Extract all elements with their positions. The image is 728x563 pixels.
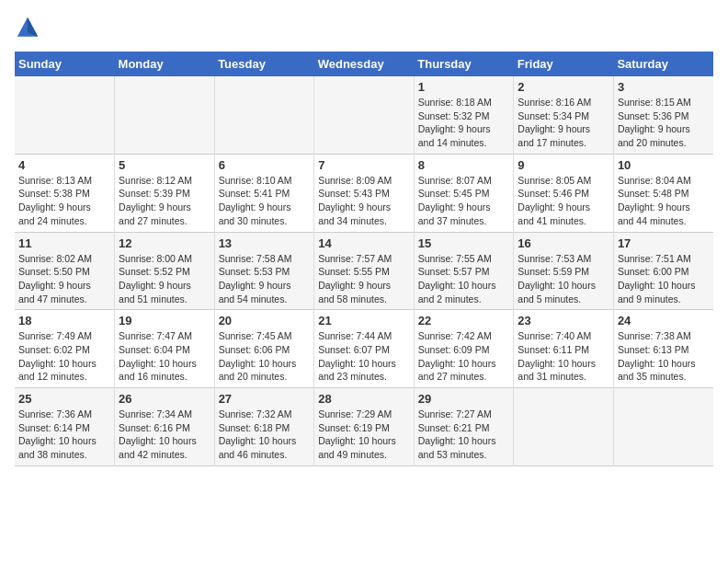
day-info: Sunrise: 8:18 AM Sunset: 5:32 PM Dayligh… (418, 96, 510, 150)
calendar-cell: 15Sunrise: 7:55 AM Sunset: 5:57 PM Dayli… (414, 232, 514, 310)
day-info: Sunrise: 7:51 AM Sunset: 6:00 PM Dayligh… (618, 252, 710, 306)
day-info: Sunrise: 8:04 AM Sunset: 5:48 PM Dayligh… (618, 174, 710, 228)
calendar-cell (15, 76, 115, 154)
logo-icon (15, 15, 40, 40)
day-number: 1 (418, 80, 510, 94)
day-number: 9 (518, 158, 609, 172)
day-info: Sunrise: 7:42 AM Sunset: 6:09 PM Dayligh… (418, 329, 510, 384)
calendar-cell (314, 76, 415, 154)
day-info: Sunrise: 8:09 AM Sunset: 5:43 PM Dayligh… (318, 174, 410, 228)
day-number: 10 (618, 158, 710, 172)
calendar-cell: 11Sunrise: 8:02 AM Sunset: 5:50 PM Dayli… (15, 232, 115, 310)
day-info: Sunrise: 7:36 AM Sunset: 6:14 PM Dayligh… (18, 408, 110, 462)
day-of-week-header: Monday (115, 52, 215, 76)
calendar-cell: 9Sunrise: 8:05 AM Sunset: 5:46 PM Daylig… (514, 154, 614, 232)
calendar-cell (514, 388, 614, 466)
day-of-week-header: Tuesday (214, 52, 314, 76)
day-info: Sunrise: 7:32 AM Sunset: 6:18 PM Dayligh… (219, 408, 311, 462)
day-info: Sunrise: 8:13 AM Sunset: 5:38 PM Dayligh… (18, 174, 110, 228)
calendar-week-row: 25Sunrise: 7:36 AM Sunset: 6:14 PM Dayli… (15, 388, 713, 466)
calendar-cell: 28Sunrise: 7:29 AM Sunset: 6:19 PM Dayli… (314, 388, 415, 466)
day-number: 6 (219, 158, 311, 172)
day-number: 20 (219, 314, 311, 327)
day-number: 12 (119, 236, 210, 250)
calendar-cell (115, 76, 215, 154)
day-info: Sunrise: 8:15 AM Sunset: 5:36 PM Dayligh… (618, 96, 710, 150)
calendar-cell: 2Sunrise: 8:16 AM Sunset: 5:34 PM Daylig… (514, 76, 614, 154)
calendar-week-row: 11Sunrise: 8:02 AM Sunset: 5:50 PM Dayli… (15, 232, 713, 310)
calendar-cell: 26Sunrise: 7:34 AM Sunset: 6:16 PM Dayli… (115, 388, 215, 466)
day-of-week-header: Wednesday (314, 52, 415, 76)
calendar-cell: 6Sunrise: 8:10 AM Sunset: 5:41 PM Daylig… (214, 154, 314, 232)
day-number: 3 (618, 80, 710, 94)
day-info: Sunrise: 7:27 AM Sunset: 6:21 PM Dayligh… (418, 408, 510, 462)
day-info: Sunrise: 7:34 AM Sunset: 6:16 PM Dayligh… (119, 408, 210, 462)
calendar-cell: 24Sunrise: 7:38 AM Sunset: 6:13 PM Dayli… (613, 310, 713, 388)
day-info: Sunrise: 8:16 AM Sunset: 5:34 PM Dayligh… (518, 96, 609, 150)
calendar-cell: 19Sunrise: 7:47 AM Sunset: 6:04 PM Dayli… (115, 310, 215, 388)
calendar-cell: 25Sunrise: 7:36 AM Sunset: 6:14 PM Dayli… (15, 388, 115, 466)
calendar-cell (613, 388, 713, 466)
day-number: 21 (318, 314, 410, 327)
day-of-week-header: Thursday (414, 52, 514, 76)
day-info: Sunrise: 7:29 AM Sunset: 6:19 PM Dayligh… (318, 408, 410, 462)
day-number: 15 (418, 236, 510, 250)
day-info: Sunrise: 8:05 AM Sunset: 5:46 PM Dayligh… (518, 174, 609, 228)
calendar-week-row: 4Sunrise: 8:13 AM Sunset: 5:38 PM Daylig… (15, 154, 713, 232)
calendar-cell: 1Sunrise: 8:18 AM Sunset: 5:32 PM Daylig… (414, 76, 514, 154)
day-number: 4 (18, 158, 110, 172)
calendar-cell: 20Sunrise: 7:45 AM Sunset: 6:06 PM Dayli… (214, 310, 314, 388)
calendar-cell: 14Sunrise: 7:57 AM Sunset: 5:55 PM Dayli… (314, 232, 415, 310)
calendar-week-row: 18Sunrise: 7:49 AM Sunset: 6:02 PM Dayli… (15, 310, 713, 388)
calendar-cell: 27Sunrise: 7:32 AM Sunset: 6:18 PM Dayli… (214, 388, 314, 466)
day-number: 23 (518, 314, 609, 327)
calendar-cell (214, 76, 314, 154)
day-info: Sunrise: 7:53 AM Sunset: 5:59 PM Dayligh… (518, 252, 609, 306)
day-number: 17 (618, 236, 710, 250)
calendar-cell: 5Sunrise: 8:12 AM Sunset: 5:39 PM Daylig… (115, 154, 215, 232)
calendar-cell: 18Sunrise: 7:49 AM Sunset: 6:02 PM Dayli… (15, 310, 115, 388)
calendar-cell: 23Sunrise: 7:40 AM Sunset: 6:11 PM Dayli… (514, 310, 614, 388)
day-number: 13 (219, 236, 311, 250)
calendar-cell: 12Sunrise: 8:00 AM Sunset: 5:52 PM Dayli… (115, 232, 215, 310)
day-number: 14 (318, 236, 410, 250)
calendar-cell: 16Sunrise: 7:53 AM Sunset: 5:59 PM Dayli… (514, 232, 614, 310)
calendar-cell: 7Sunrise: 8:09 AM Sunset: 5:43 PM Daylig… (314, 154, 415, 232)
day-info: Sunrise: 7:45 AM Sunset: 6:06 PM Dayligh… (219, 329, 311, 384)
day-number: 28 (318, 392, 410, 406)
logo (15, 15, 44, 40)
calendar-cell: 17Sunrise: 7:51 AM Sunset: 6:00 PM Dayli… (613, 232, 713, 310)
calendar-cell: 10Sunrise: 8:04 AM Sunset: 5:48 PM Dayli… (613, 154, 713, 232)
day-of-week-header: Sunday (15, 52, 115, 76)
day-info: Sunrise: 7:47 AM Sunset: 6:04 PM Dayligh… (119, 329, 210, 384)
calendar-cell: 13Sunrise: 7:58 AM Sunset: 5:53 PM Dayli… (214, 232, 314, 310)
day-number: 2 (518, 80, 609, 94)
day-number: 19 (119, 314, 210, 327)
calendar-cell: 4Sunrise: 8:13 AM Sunset: 5:38 PM Daylig… (15, 154, 115, 232)
day-number: 24 (618, 314, 710, 327)
calendar-cell: 3Sunrise: 8:15 AM Sunset: 5:36 PM Daylig… (613, 76, 713, 154)
day-info: Sunrise: 7:55 AM Sunset: 5:57 PM Dayligh… (418, 252, 510, 306)
header (15, 15, 713, 40)
day-number: 18 (18, 314, 110, 327)
day-info: Sunrise: 7:57 AM Sunset: 5:55 PM Dayligh… (318, 252, 410, 306)
day-info: Sunrise: 8:07 AM Sunset: 5:45 PM Dayligh… (418, 174, 510, 228)
day-info: Sunrise: 7:44 AM Sunset: 6:07 PM Dayligh… (318, 329, 410, 384)
day-info: Sunrise: 8:12 AM Sunset: 5:39 PM Dayligh… (119, 174, 210, 228)
calendar-cell: 22Sunrise: 7:42 AM Sunset: 6:09 PM Dayli… (414, 310, 514, 388)
day-number: 5 (119, 158, 210, 172)
day-number: 22 (418, 314, 510, 327)
calendar-header-row: SundayMondayTuesdayWednesdayThursdayFrid… (15, 52, 713, 76)
day-info: Sunrise: 7:58 AM Sunset: 5:53 PM Dayligh… (219, 252, 311, 306)
calendar-week-row: 1Sunrise: 8:18 AM Sunset: 5:32 PM Daylig… (15, 76, 713, 154)
calendar-cell: 8Sunrise: 8:07 AM Sunset: 5:45 PM Daylig… (414, 154, 514, 232)
day-of-week-header: Friday (514, 52, 614, 76)
day-number: 8 (418, 158, 510, 172)
day-number: 25 (18, 392, 110, 406)
day-info: Sunrise: 7:38 AM Sunset: 6:13 PM Dayligh… (618, 329, 710, 384)
calendar-cell: 21Sunrise: 7:44 AM Sunset: 6:07 PM Dayli… (314, 310, 415, 388)
day-number: 16 (518, 236, 609, 250)
day-info: Sunrise: 8:00 AM Sunset: 5:52 PM Dayligh… (119, 252, 210, 306)
day-number: 26 (119, 392, 210, 406)
day-info: Sunrise: 7:49 AM Sunset: 6:02 PM Dayligh… (18, 329, 110, 384)
